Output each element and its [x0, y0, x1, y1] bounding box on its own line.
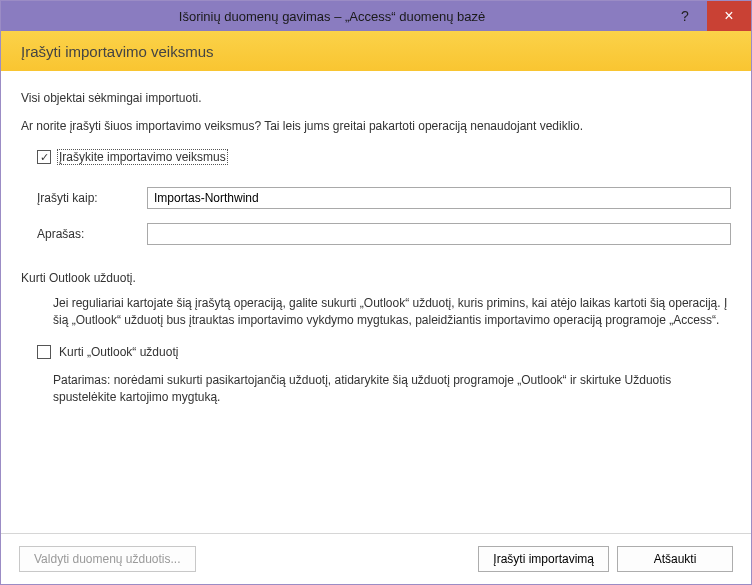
titlebar-buttons: ? × — [663, 1, 751, 31]
content-area: Visi objektai sėkmingai importuoti. Ar n… — [1, 71, 751, 533]
save-as-row: Įrašyti kaip: — [37, 187, 731, 209]
description-label: Aprašas: — [37, 227, 147, 241]
outlook-tip: Patarimas: norėdami sukurti pasikartojan… — [53, 372, 731, 407]
button-bar: Valdyti duomenų užduotis... Įrašyti impo… — [1, 533, 751, 584]
description-input[interactable] — [147, 223, 731, 245]
outlook-section-body: Jei reguliariai kartojate šią įrašytą op… — [53, 295, 731, 330]
save-steps-checkbox-row: Įrašykite importavimo veiksmus — [37, 149, 731, 165]
save-as-input[interactable] — [147, 187, 731, 209]
save-steps-checkbox-label[interactable]: Įrašykite importavimo veiksmus — [57, 149, 228, 165]
status-message: Visi objektai sėkmingai importuoti. — [21, 91, 731, 105]
outlook-checkbox-label[interactable]: Kurti „Outlook“ užduotį — [57, 344, 180, 360]
help-button[interactable]: ? — [663, 1, 707, 31]
dialog-window: Išorinių duomenų gavimas – „Access“ duom… — [0, 0, 752, 585]
close-button[interactable]: × — [707, 1, 751, 31]
heading-text: Įrašyti importavimo veiksmus — [21, 43, 214, 60]
save-as-label: Įrašyti kaip: — [37, 191, 147, 205]
outlook-section-title: Kurti Outlook užduotį. — [21, 271, 731, 285]
save-import-button[interactable]: Įrašyti importavimą — [478, 546, 609, 572]
description-row: Aprašas: — [37, 223, 731, 245]
titlebar: Išorinių duomenų gavimas – „Access“ duom… — [1, 1, 751, 31]
question-text: Ar norite įrašyti šiuos importavimo veik… — [21, 119, 731, 133]
heading-band: Įrašyti importavimo veiksmus — [1, 31, 751, 71]
cancel-button[interactable]: Atšaukti — [617, 546, 733, 572]
manage-tasks-button[interactable]: Valdyti duomenų užduotis... — [19, 546, 196, 572]
window-title: Išorinių duomenų gavimas – „Access“ duom… — [1, 9, 663, 24]
save-steps-checkbox[interactable] — [37, 150, 51, 164]
outlook-checkbox-row: Kurti „Outlook“ užduotį — [37, 344, 731, 360]
outlook-checkbox[interactable] — [37, 345, 51, 359]
